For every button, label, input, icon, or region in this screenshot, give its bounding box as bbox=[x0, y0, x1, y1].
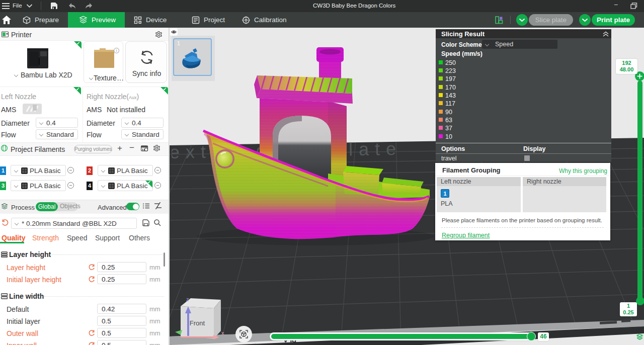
svg-text:Front: Front bbox=[190, 319, 205, 327]
svg-text:x: x bbox=[221, 330, 224, 336]
svg-text:z: z bbox=[186, 296, 189, 302]
